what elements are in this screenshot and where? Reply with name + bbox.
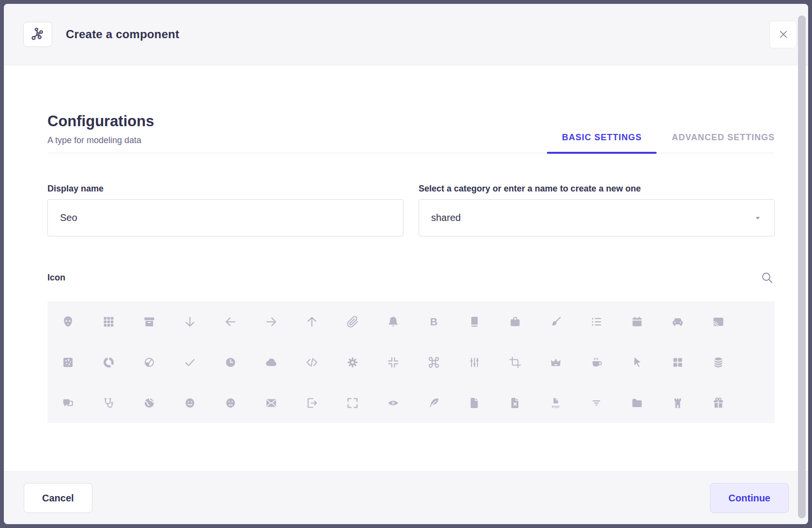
display-name-field: Display name [47, 183, 404, 236]
category-selected-value: shared [431, 212, 461, 223]
display-name-input[interactable] [47, 199, 404, 236]
car-icon[interactable] [657, 301, 698, 342]
display-name-label: Display name [47, 183, 404, 194]
intro-block: Configurations A type for modeling data [47, 112, 154, 153]
category-field: Select a category or enter a name to cre… [419, 183, 775, 236]
category-select[interactable]: shared [419, 199, 775, 236]
arrow-up-icon[interactable] [291, 301, 332, 342]
icon-label: Icon [47, 273, 65, 283]
component-icon [23, 22, 52, 47]
settings-tabs: BASIC SETTINGS ADVANCED SETTINGS [547, 132, 775, 153]
folder-icon[interactable] [617, 382, 657, 423]
book-icon[interactable] [454, 301, 495, 342]
crown-icon[interactable] [535, 342, 576, 382]
briefcase-icon[interactable] [495, 301, 535, 342]
crop-icon[interactable] [495, 342, 535, 382]
intro-row: Configurations A type for modeling data … [47, 112, 775, 153]
chevron-down-icon [753, 214, 762, 222]
icon-grid: BPDF [47, 301, 775, 423]
svg-text:B: B [430, 316, 437, 327]
filter-icon[interactable] [576, 382, 617, 423]
section-subheading: A type for modeling data [47, 134, 154, 146]
modal-title: Create a component [66, 28, 179, 41]
doctor-icon[interactable] [88, 382, 129, 423]
expand-icon[interactable] [332, 382, 373, 423]
icon-picker-header: Icon [47, 270, 775, 285]
search-button[interactable] [760, 270, 775, 285]
bold-icon[interactable]: B [413, 301, 454, 342]
modal-header: Create a component [4, 4, 808, 65]
dashboard-icon[interactable] [657, 342, 698, 382]
modal-footer: Cancel Continue [4, 471, 808, 524]
bullet-list-icon[interactable] [576, 301, 617, 342]
cloud-icon[interactable] [251, 342, 291, 382]
cog-icon[interactable] [332, 342, 373, 382]
close-button[interactable] [769, 21, 797, 48]
form-row: Display name Select a category or enter … [47, 183, 775, 236]
search-icon [760, 271, 775, 284]
file-error-icon[interactable] [495, 382, 535, 423]
earth-icon[interactable] [129, 382, 169, 423]
attachment-icon[interactable] [332, 301, 373, 342]
eye-icon[interactable] [373, 382, 413, 423]
calendar-icon[interactable] [617, 301, 657, 342]
tab-advanced-settings[interactable]: ADVANCED SETTINGS [657, 132, 775, 153]
cast-icon[interactable] [698, 301, 738, 342]
command-icon[interactable] [413, 342, 454, 382]
modal-scrollbar[interactable] [798, 15, 806, 518]
arrow-down-icon[interactable] [169, 301, 210, 342]
bell-icon[interactable] [373, 301, 413, 342]
apps-icon[interactable] [88, 301, 129, 342]
arrow-left-icon[interactable] [210, 301, 251, 342]
tab-basic-settings[interactable]: BASIC SETTINGS [547, 132, 657, 153]
alien-icon[interactable] [47, 301, 88, 342]
cursor-icon[interactable] [617, 342, 657, 382]
envelop-icon[interactable] [251, 382, 291, 423]
code-icon[interactable] [291, 342, 332, 382]
controls-icon[interactable] [454, 342, 495, 382]
create-component-modal: Create a component Configurations A type… [4, 4, 808, 524]
cancel-button[interactable]: Cancel [24, 483, 92, 513]
file-icon[interactable] [454, 382, 495, 423]
clock-icon[interactable] [210, 342, 251, 382]
file-pdf-icon[interactable]: PDF [535, 382, 576, 423]
category-label: Select a category or enter a name to cre… [419, 183, 775, 194]
emotion-unhappy-icon[interactable] [210, 382, 251, 423]
exit-icon[interactable] [291, 382, 332, 423]
feather-icon[interactable] [413, 382, 454, 423]
database-icon[interactable] [698, 342, 738, 382]
emotion-happy-icon[interactable] [169, 382, 210, 423]
close-icon [777, 28, 790, 41]
arrow-right-icon[interactable] [251, 301, 291, 342]
section-heading: Configurations [47, 112, 154, 131]
check-icon[interactable] [169, 342, 210, 382]
chart-bubble-icon[interactable] [47, 342, 88, 382]
discuss-icon[interactable] [47, 382, 88, 423]
gate-icon[interactable] [657, 382, 698, 423]
chart-pie-icon[interactable] [129, 342, 169, 382]
chart-circle-icon[interactable] [88, 342, 129, 382]
svg-text:PDF: PDF [552, 404, 560, 409]
modal-body: Configurations A type for modeling data … [4, 65, 808, 471]
collapse-icon[interactable] [373, 342, 413, 382]
cup-icon[interactable] [576, 342, 617, 382]
brush-icon[interactable] [535, 301, 576, 342]
continue-button[interactable]: Continue [710, 483, 789, 513]
gift-icon[interactable] [698, 382, 738, 423]
archive-icon[interactable] [129, 301, 169, 342]
